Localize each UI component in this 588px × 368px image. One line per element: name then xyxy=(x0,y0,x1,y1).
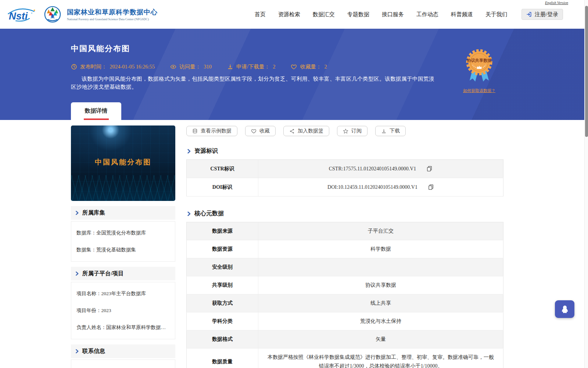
main-nav: 首页 资源检索 数据汇交 专题数据 接口服务 工作动态 科普频道 关于我们 xyxy=(255,11,508,18)
scrollbar-thumb[interactable] xyxy=(585,6,588,137)
tab-data-detail[interactable]: 数据详情 xyxy=(71,102,121,120)
section-subplatform-title: 所属子平台/项目 xyxy=(82,270,124,277)
database-item: 数据库：全国荒漠化分布数据库 xyxy=(76,224,170,241)
share-badge-block: 协议共享数据 如何获取该数据？ xyxy=(459,47,500,93)
view-sample-data-button[interactable]: 查看示例数据 xyxy=(186,126,237,136)
cstr-label: CSTR标识 xyxy=(187,160,258,178)
favorite-label: 收藏 xyxy=(259,128,270,134)
data-resource-label: 数据资源 xyxy=(187,240,258,258)
section-subplatform-header: 所属子平台/项目 xyxy=(71,267,175,280)
core-metadata-table: 数据来源 子平台汇交 数据资源 科学数据 安全级别 共享级别 协议共享数据 xyxy=(186,222,503,368)
resource-id-table: CSTR标识 CSTR:17575.11.0120240105149.0000.… xyxy=(186,159,503,197)
nav-item-resource-search[interactable]: 资源检索 xyxy=(278,11,300,18)
core-metadata-title: 核心元数据 xyxy=(194,210,224,217)
doi-label: DOI标识 xyxy=(187,178,258,197)
copy-icon[interactable] xyxy=(426,166,433,172)
login-register-button[interactable]: 注册/登录 xyxy=(521,9,563,20)
section-library-box: 数据库：全国荒漠化分布数据库 数据集：荒漠化基础数据集 xyxy=(71,221,175,262)
nav-item-work-news[interactable]: 工作动态 xyxy=(416,11,438,18)
qq-icon xyxy=(560,304,570,314)
download-count-value: 2 xyxy=(273,64,275,70)
publish-time-label: 发布时间： xyxy=(80,63,107,70)
org-title-block: 国家林业和草原科学数据中心 National Forestry and Gras… xyxy=(67,8,158,21)
page: Nsti 国家林业和草原科学数据中心 National Forestry and… xyxy=(0,0,584,368)
nav-item-api-service[interactable]: 接口服务 xyxy=(382,11,404,18)
table-row: 数据格式 矢量 xyxy=(187,330,503,348)
dataset-item: 数据集：荒漠化基础数据集 xyxy=(76,241,170,258)
dataset-description: 该数据为中国风能分布图，数据格式为矢量，包括风能类型区属性字段，划分为贫乏、可利… xyxy=(71,75,438,91)
section-contact-info: 联系信息 冯益明 xyxy=(71,344,175,368)
contact-person: 冯益明 xyxy=(76,363,170,368)
table-row: 获取方式 线上共享 xyxy=(187,294,503,312)
nav-item-topic-data[interactable]: 专题数据 xyxy=(347,11,369,18)
section-contact-box: 冯益明 xyxy=(71,360,175,368)
top-header: Nsti 国家林业和草原科学数据中心 National Forestry and… xyxy=(0,0,584,29)
project-leader-item: 负责人姓名：国家林业和草原科学数据… xyxy=(76,319,170,336)
doi-value: DOI:10.12459.11.0120240105149.0000.V1 xyxy=(327,183,417,192)
download-count-label: 申请/下载量： xyxy=(236,63,270,70)
data-resource-value: 科学数据 xyxy=(258,240,503,258)
share-icon xyxy=(289,128,295,134)
left-sidebar: 中国风能分布图 所属库集 数据库：全国荒漠化分布数据库 数据集：荒漠化基础数据集 xyxy=(71,120,175,368)
core-metadata-section-header: 核心元数据 xyxy=(186,210,503,217)
publish-time: 发布时间： 2024-01-05 16:26:55 xyxy=(71,63,155,70)
detail-panel: 查看示例数据 收藏 加入数据篮 xyxy=(186,120,503,368)
add-to-basket-button[interactable]: 加入数据篮 xyxy=(283,126,329,136)
chevron-right-icon xyxy=(75,210,79,215)
copy-icon[interactable] xyxy=(428,184,434,190)
project-year-item: 项目年份：2023 xyxy=(76,302,170,319)
nav-item-home[interactable]: 首页 xyxy=(255,11,266,18)
protocol-share-badge: 协议共享数据 xyxy=(463,47,496,85)
table-row: 安全级别 xyxy=(187,258,503,276)
how-to-get-data-link[interactable]: 如何获取该数据？ xyxy=(463,88,495,93)
qq-chat-button[interactable] xyxy=(555,300,574,318)
project-name-item: 项目名称：2023年主平台数据库 xyxy=(76,285,170,302)
data-format-value: 矢量 xyxy=(258,330,503,348)
visit-count: 访问量： 310 xyxy=(170,63,212,70)
nav-item-science-channel[interactable]: 科普频道 xyxy=(451,11,473,18)
access-method-label: 获取方式 xyxy=(187,294,258,312)
publish-time-value: 2024-01-05 16:26:55 xyxy=(110,64,155,70)
resource-id-title: 资源标识 xyxy=(194,147,218,155)
database-icon xyxy=(192,128,198,134)
table-row: 数据来源 子平台汇交 xyxy=(187,222,503,240)
section-library-header: 所属库集 xyxy=(71,206,175,220)
chevron-right-icon xyxy=(75,271,79,276)
download-button[interactable]: 下载 xyxy=(375,126,406,136)
logo-group: Nsti 国家林业和草原科学数据中心 National Forestry and… xyxy=(6,5,158,24)
org-name: 国家林业和草原科学数据中心 xyxy=(67,8,158,17)
login-register-label: 注册/登录 xyxy=(535,11,558,18)
nsti-logo: Nsti xyxy=(6,5,38,24)
badge-text: 协议共享数据 xyxy=(467,58,492,63)
eye-icon xyxy=(170,64,176,70)
nav-item-data-submission[interactable]: 数据汇交 xyxy=(313,11,335,18)
data-source-label: 数据来源 xyxy=(187,222,258,240)
view-sample-data-label: 查看示例数据 xyxy=(201,128,232,134)
nav-item-about-us[interactable]: 关于我们 xyxy=(485,11,508,18)
english-version-link[interactable]: English Version xyxy=(545,1,568,5)
section-library-title: 所属库集 xyxy=(82,209,105,217)
star-icon xyxy=(343,128,348,134)
favorite-button[interactable]: 收藏 xyxy=(245,126,276,136)
table-row: 学科分类 荒漠化与水土保持 xyxy=(187,312,503,330)
data-quality-value: 本数据严格按照《林业科学数据集成规范》进行数据加工、整理、初审、复审。数据准确可… xyxy=(258,348,503,368)
subject-category-label: 学科分类 xyxy=(187,312,258,330)
chevron-right-icon xyxy=(75,349,79,354)
hero-banner: 中国风能分布图 发布时间： 2024-01-05 16:26:55 访问量： 3… xyxy=(0,29,584,120)
data-source-value: 子平台汇交 xyxy=(258,222,503,240)
share-level-label: 共享级别 xyxy=(187,276,258,294)
subscribe-button[interactable]: 订阅 xyxy=(337,126,368,136)
login-icon xyxy=(526,11,532,17)
favorite-count-value: 2 xyxy=(324,64,327,70)
favorite-count: 收藏量： 2 xyxy=(291,63,327,70)
resource-id-section-header: 资源标识 xyxy=(186,147,503,155)
data-quality-label: 数据质量 xyxy=(187,348,258,368)
dataset-thumbnail: 中国风能分布图 xyxy=(71,125,175,201)
table-row: 数据资源 科学数据 xyxy=(187,240,503,258)
add-to-basket-label: 加入数据篮 xyxy=(298,128,323,134)
clock-icon xyxy=(71,64,77,70)
security-level-label: 安全级别 xyxy=(187,258,258,276)
visit-count-label: 访问量： xyxy=(179,63,201,70)
download-icon xyxy=(227,64,233,70)
download-count: 申请/下载量： 2 xyxy=(227,63,275,70)
